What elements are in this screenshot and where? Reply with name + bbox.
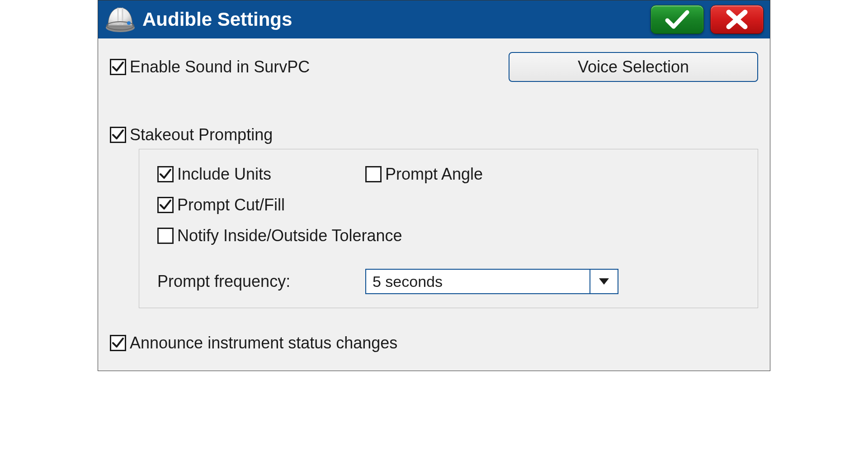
dialog-body: Enable Sound in SurvPC Voice Selection S… xyxy=(98,38,770,371)
prompt-angle-checkbox[interactable] xyxy=(365,166,382,182)
voice-selection-label: Voice Selection xyxy=(578,57,689,76)
prompt-angle-label: Prompt Angle xyxy=(385,165,483,184)
hardhat-icon xyxy=(104,5,136,34)
check-icon xyxy=(112,61,124,73)
enable-sound-label: Enable Sound in SurvPC xyxy=(130,57,310,76)
prompt-frequency-dropdown[interactable]: 5 seconds xyxy=(365,269,618,294)
check-icon xyxy=(159,199,172,211)
ok-button[interactable] xyxy=(651,5,704,34)
chevron-down-icon xyxy=(590,270,618,293)
notify-tolerance-checkbox[interactable] xyxy=(157,228,174,244)
check-icon xyxy=(112,129,124,141)
announce-status-label: Announce instrument status changes xyxy=(130,334,397,353)
close-icon xyxy=(724,9,750,30)
audible-settings-window: Audible Settings Enable Sound in SurvPC … xyxy=(98,0,770,371)
stakeout-group: Include Units Prompt Angle Prompt Cut/Fi… xyxy=(139,149,758,308)
check-icon xyxy=(159,168,172,181)
cancel-button[interactable] xyxy=(710,5,764,34)
prompt-cutfill-checkbox[interactable] xyxy=(157,197,174,213)
page-title: Audible Settings xyxy=(142,9,644,30)
prompt-frequency-label: Prompt frequency: xyxy=(157,260,365,291)
svg-point-2 xyxy=(127,21,131,25)
notify-tolerance-label: Notify Inside/Outside Tolerance xyxy=(177,226,402,245)
stakeout-prompting-checkbox[interactable] xyxy=(110,127,126,143)
enable-sound-checkbox[interactable] xyxy=(110,59,126,75)
include-units-label: Include Units xyxy=(177,165,271,184)
prompt-cutfill-label: Prompt Cut/Fill xyxy=(177,195,285,214)
stakeout-prompting-label: Stakeout Prompting xyxy=(130,125,273,144)
check-icon xyxy=(112,337,124,349)
titlebar: Audible Settings xyxy=(98,0,770,38)
prompt-frequency-value: 5 seconds xyxy=(366,273,590,291)
check-icon xyxy=(665,9,690,30)
voice-selection-button[interactable]: Voice Selection xyxy=(509,52,758,82)
announce-status-checkbox[interactable] xyxy=(110,335,126,351)
include-units-checkbox[interactable] xyxy=(157,166,174,182)
